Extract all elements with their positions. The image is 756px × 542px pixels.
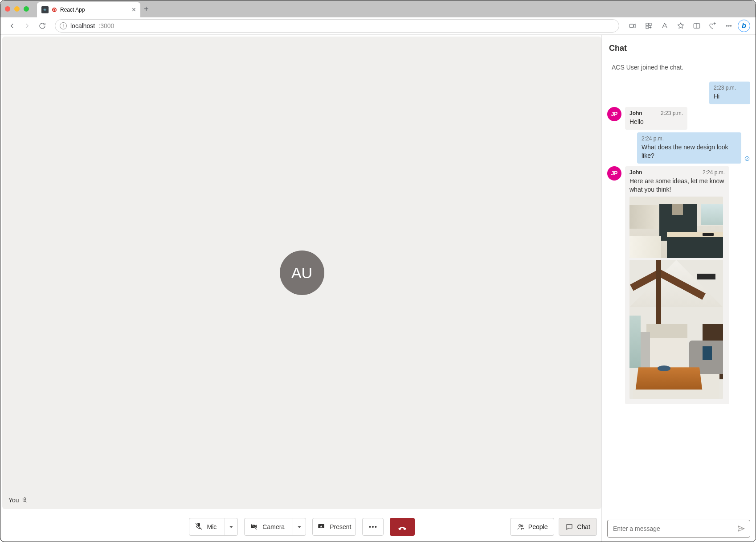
more-icon[interactable]	[722, 19, 736, 33]
more-button[interactable]	[362, 518, 384, 536]
mic-button[interactable]: Mic	[189, 518, 238, 536]
message-input-container	[607, 520, 750, 538]
sender-avatar: JP	[607, 107, 621, 121]
image-attachment[interactable]	[629, 197, 723, 258]
close-window-button[interactable]	[5, 6, 10, 12]
message-sender: John	[629, 110, 642, 117]
svg-point-8	[728, 25, 729, 26]
send-button[interactable]	[735, 522, 747, 535]
message-bubble: 2:23 p.m. Hi	[709, 82, 750, 104]
svg-point-18	[519, 525, 521, 527]
chat-label: Chat	[577, 523, 590, 530]
message-time: 2:23 p.m.	[714, 84, 736, 91]
camera-caret[interactable]	[293, 518, 306, 535]
chat-header: Chat	[605, 35, 753, 57]
participant-avatar: AU	[280, 250, 324, 295]
browser-actions: › b	[625, 19, 750, 33]
chat-icon	[565, 523, 573, 531]
present-label: Present	[330, 523, 351, 530]
svg-point-20	[745, 156, 749, 160]
app: AU You Mic Camera	[0, 35, 756, 542]
mic-muted-icon	[21, 497, 28, 504]
address-row: i localhost:3000 › b	[0, 17, 756, 35]
address-bar[interactable]: i localhost:3000	[55, 19, 619, 33]
message-own: 2:24 p.m. What does the new design look …	[607, 132, 750, 164]
chat-button[interactable]: Chat	[559, 518, 597, 536]
mic-label: Mic	[207, 523, 217, 530]
new-tab-button[interactable]: +	[144, 4, 149, 14]
chat-body: ACS User joined the chat. 2:23 p.m. Hi J…	[605, 57, 753, 515]
window-controls	[5, 6, 29, 12]
svg-text:›: ›	[666, 23, 666, 25]
favicon-icon: ✳	[41, 6, 49, 13]
people-label: People	[528, 523, 548, 530]
you-label: You	[8, 497, 19, 504]
forward-button[interactable]	[21, 20, 33, 32]
svg-point-15	[369, 526, 371, 528]
site-info-icon[interactable]: i	[60, 22, 67, 29]
video-area: AU You	[2, 37, 601, 509]
maximize-window-button[interactable]	[24, 6, 29, 12]
svg-rect-1	[646, 23, 648, 25]
close-tab-button[interactable]: ×	[132, 6, 136, 14]
message-text: What does the new design look like?	[642, 143, 737, 160]
svg-rect-3	[646, 26, 648, 29]
video-capture-icon[interactable]	[625, 19, 640, 33]
message-bubble: John 2:23 p.m. Hello	[625, 107, 687, 130]
svg-point-19	[521, 525, 523, 527]
url-host: localhost	[70, 22, 95, 29]
message-bubble: 2:24 p.m. What does the new design look …	[637, 132, 741, 164]
reload-button[interactable]	[36, 20, 49, 32]
message-sender: John	[629, 169, 642, 176]
message-bubble: John 2:24 p.m. Here are some ideas, let …	[625, 166, 729, 404]
svg-point-17	[375, 526, 377, 528]
browser-tab[interactable]: ✳ React App ×	[37, 2, 140, 17]
present-icon	[317, 522, 325, 532]
svg-rect-0	[629, 24, 633, 28]
message-input[interactable]	[613, 525, 735, 532]
favorite-icon[interactable]	[674, 19, 688, 33]
svg-point-16	[372, 526, 374, 528]
tab-title: React App	[60, 7, 85, 13]
recording-icon	[52, 8, 57, 12]
minimize-window-button[interactable]	[14, 6, 20, 12]
extensions-icon[interactable]	[642, 19, 656, 33]
bing-icon[interactable]: b	[738, 20, 750, 32]
seen-icon	[744, 156, 750, 164]
message-other: JP John 2:23 p.m. Hello	[607, 107, 750, 130]
camera-label: Camera	[262, 523, 285, 530]
message-time: 2:24 p.m.	[642, 135, 664, 142]
ellipsis-icon	[367, 521, 379, 533]
read-aloud-icon[interactable]: ›	[658, 19, 672, 33]
people-icon	[517, 523, 525, 531]
svg-point-9	[730, 25, 731, 26]
message-text: Hello	[629, 118, 683, 126]
composer	[605, 515, 753, 542]
camera-off-icon	[250, 522, 258, 532]
mic-off-icon	[195, 522, 203, 532]
back-button[interactable]	[6, 20, 18, 32]
present-button[interactable]: Present	[312, 518, 356, 536]
message-text: Here are some ideas, let me know what yo…	[629, 177, 725, 194]
svg-rect-10	[197, 523, 200, 526]
collections-icon[interactable]	[706, 19, 720, 33]
mic-caret[interactable]	[225, 518, 237, 535]
url-port: :3000	[98, 22, 114, 29]
camera-button[interactable]: Camera	[244, 518, 306, 536]
avatar-initials: AU	[291, 264, 312, 282]
message-text: Hi	[714, 92, 746, 101]
people-button[interactable]: People	[510, 518, 555, 536]
tabs-bar: ✳ React App × +	[0, 0, 756, 17]
chat-title: Chat	[609, 44, 627, 53]
image-attachment[interactable]	[629, 260, 723, 399]
self-indicator: You	[8, 497, 28, 504]
message-time: 2:24 p.m.	[703, 169, 725, 176]
browser-chrome: ✳ React App × + i localhost:3000 › b	[0, 0, 756, 35]
message-other: JP John 2:24 p.m. Here are some ideas, l…	[607, 166, 750, 404]
split-screen-icon[interactable]	[690, 19, 704, 33]
panel-toggles: People Chat	[510, 518, 597, 536]
svg-point-7	[726, 25, 727, 26]
video-stage: AU You Mic Camera	[2, 37, 601, 542]
hangup-button[interactable]	[390, 518, 415, 536]
hangup-icon	[397, 522, 407, 532]
